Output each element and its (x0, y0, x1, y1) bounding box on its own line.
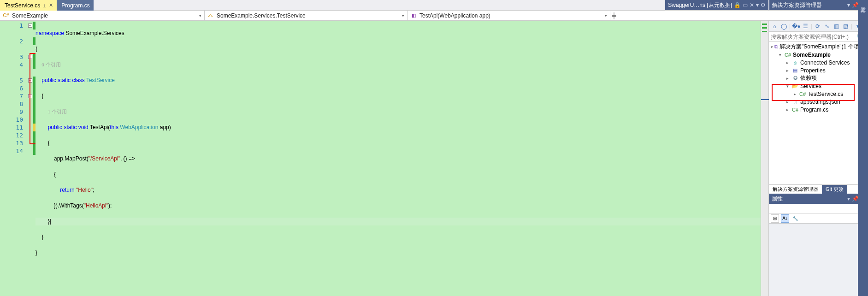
expander-icon[interactable]: ▸ (785, 100, 790, 104)
metadata-label: SwaggerU…ns [从元数据] (668, 1, 732, 9)
metadata-file-indicator[interactable]: SwaggerU…ns [从元数据] 🔒 ▭ ✕ ▾ ⚙ (665, 0, 768, 10)
wrench-icon[interactable]: 🔧 (791, 214, 799, 223)
pin-icon[interactable]: ⟂ (43, 3, 46, 8)
tab-label: TestService.cs (5, 2, 40, 9)
chevron-down-icon[interactable]: ▾ (847, 195, 850, 202)
code-navigator: C# SomeExample ▾ 🝓 SomeExample.Services.… (0, 11, 868, 21)
expander-icon[interactable]: ▸ (785, 60, 790, 65)
home-icon[interactable]: ⌂ (771, 23, 778, 30)
tree-file-testservice[interactable]: ▸ C# TestService.cs (769, 90, 868, 98)
collapse-icon[interactable]: ⤡ (823, 23, 831, 30)
nav-class-label: SomeExample.Services.TestService (217, 12, 306, 19)
show-all-icon[interactable]: ☰ (802, 23, 809, 30)
tree-solution[interactable]: ▾ ⧉ 解决方案"SomeExample"(1 个项目/共 (769, 43, 868, 51)
nav-member-dropdown[interactable]: ◧ TestApi(WebApplication app) ▾ (407, 11, 610, 20)
class-icon: 🝓 (207, 12, 214, 19)
solution-explorer: ⌂ ◯ | �● ☰ | ⟳ ⤡ ▥ ▧ | ▾ 🔍 ▾ ▾ ⧉ 解决方案"So… (768, 21, 868, 296)
expander-icon[interactable]: ▸ (792, 92, 797, 96)
expander-icon[interactable]: ▸ (785, 76, 790, 81)
csharp-project-icon: C# (3, 12, 9, 19)
code-area[interactable]: namespace SomeExample.Services { 0 个引用 p… (35, 21, 761, 296)
tree-dependencies[interactable]: ▸ ✪ 依赖项 (769, 74, 868, 82)
tab-testservice[interactable]: TestService.cs ⟂ ✕ (0, 0, 57, 11)
panel-tabs: 解决方案资源管理器 Git 更改 (769, 184, 868, 194)
folder-open-icon: 📂 (791, 83, 799, 89)
tab-solution-explorer[interactable]: 解决方案资源管理器 (769, 185, 822, 194)
alphabetical-button[interactable]: A↓ (781, 214, 789, 223)
expander-icon[interactable]: ▾ (777, 53, 783, 57)
codelens-references[interactable]: 1 个引用 (48, 109, 67, 114)
solution-tree[interactable]: ▾ ⧉ 解决方案"SomeExample"(1 个项目/共 ▾ C# SomeE… (769, 42, 868, 184)
expander-icon[interactable]: ▸ (785, 107, 790, 112)
tree-file-appsettings[interactable]: ▸ ⍁ appsettings.json (769, 98, 868, 106)
solution-explorer-header: 解决方案资源管理器 ▾ 📌 ✕ (769, 0, 868, 10)
tab-program[interactable]: Program.cs (57, 0, 93, 11)
properties-panel: ⊞ A↓ 🔧 (769, 204, 868, 296)
gear-icon[interactable]: ⚙ (761, 2, 766, 8)
sync-icon[interactable]: �● (792, 23, 800, 30)
tree-properties[interactable]: ▸ ▤ Properties (769, 66, 868, 74)
chevron-down-icon: ▾ (605, 13, 607, 18)
connected-services-icon: ⎋ (791, 60, 799, 65)
tree-project[interactable]: ▾ C# SomeExample (769, 51, 868, 59)
nav-class-dropdown[interactable]: 🝓 SomeExample.Services.TestService ▾ (205, 11, 407, 20)
chevron-down-icon: ▾ (402, 13, 404, 18)
json-file-icon: ⍁ (791, 99, 799, 105)
properties-icon: ▤ (791, 67, 799, 73)
nav-project-dropdown[interactable]: C# SomeExample ▾ (0, 11, 205, 20)
properties-panel-header: 属性 ▾ 📌 ✕ (769, 194, 868, 204)
close-icon[interactable]: ✕ (750, 2, 754, 8)
close-icon[interactable]: ✕ (49, 2, 53, 8)
expander-icon[interactable]: ▾ (785, 84, 790, 89)
show-files-icon[interactable]: ▥ (833, 23, 840, 30)
split-editor-button[interactable]: ╪ (610, 11, 618, 20)
vertical-scrollbar[interactable] (761, 21, 768, 296)
panel-title: 解决方案资源管理器 (772, 1, 822, 9)
refresh-icon[interactable]: ⟳ (814, 23, 821, 30)
tree-folder-services[interactable]: ▾ 📂 Services (769, 82, 868, 90)
tab-git-changes[interactable]: Git 更改 (822, 185, 847, 194)
tab-label: Program.cs (61, 2, 89, 9)
chevron-down-icon: ▾ (199, 13, 201, 18)
preview-icon[interactable]: ▭ (743, 2, 748, 8)
expander-icon[interactable]: ▾ (771, 45, 773, 49)
categorized-button[interactable]: ⊞ (771, 214, 779, 223)
search-input[interactable] (771, 34, 856, 40)
chevron-down-icon[interactable]: ▾ (847, 2, 850, 8)
tree-connected-services[interactable]: ▸ ⎋ Connected Services (769, 59, 868, 66)
csharp-project-icon: C# (784, 52, 791, 58)
line-number-gutter: 1 2 3 4 5 6 7 8 9 10 11 12 13 14 (0, 21, 27, 296)
dependencies-icon: ✪ (791, 75, 799, 81)
codelens-references[interactable]: 0 个引用 (41, 62, 60, 67)
toolbox-tab[interactable]: 工具箱 (858, 0, 868, 296)
back-icon[interactable]: ◯ (780, 23, 787, 30)
properties-icon[interactable]: ▧ (842, 23, 849, 30)
chevron-down-icon[interactable]: ▾ (756, 2, 759, 8)
solution-icon: ⧉ (774, 44, 778, 50)
expander-icon[interactable]: ▸ (785, 68, 790, 73)
csharp-file-icon: C# (791, 107, 799, 112)
fold-gutter[interactable]: − − − − (27, 21, 33, 296)
nav-member-label: TestApi(WebApplication app) (419, 12, 490, 19)
lock-icon: 🔒 (734, 2, 741, 8)
se-search[interactable]: 🔍 ▾ (769, 32, 868, 42)
csharp-file-icon: C# (799, 91, 806, 97)
method-icon: ◧ (410, 12, 417, 19)
code-editor[interactable]: 1 2 3 4 5 6 7 8 9 10 11 12 13 14 − − − − (0, 21, 768, 296)
nav-project-label: SomeExample (12, 12, 48, 19)
tree-file-program[interactable]: ▸ C# Program.cs (769, 106, 868, 113)
se-toolbar: ⌂ ◯ | �● ☰ | ⟳ ⤡ ▥ ▧ | ▾ (769, 21, 868, 32)
panel-title: 属性 (772, 195, 783, 203)
